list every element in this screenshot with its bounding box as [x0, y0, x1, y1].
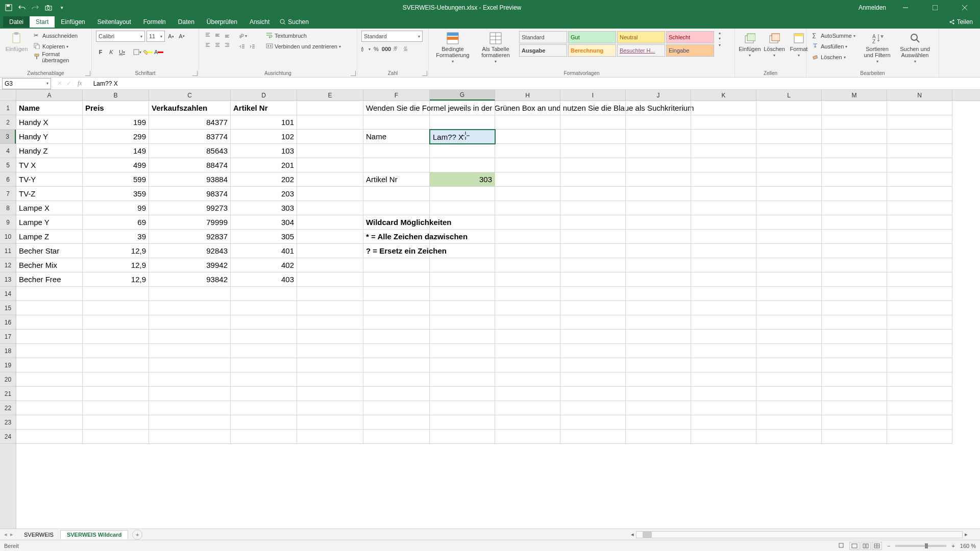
cell-E23[interactable] — [297, 415, 363, 430]
align-bottom-button[interactable] — [223, 31, 232, 40]
cell-C8[interactable]: 99273 — [149, 201, 231, 215]
cell-K11[interactable] — [691, 244, 756, 258]
cell-J23[interactable] — [626, 415, 691, 430]
zoom-in-button[interactable]: + — [951, 543, 954, 549]
cell-H11[interactable] — [495, 244, 560, 258]
cell-M13[interactable] — [822, 272, 887, 287]
cell-N19[interactable] — [887, 358, 952, 372]
borders-button[interactable]: ▾ — [133, 47, 142, 57]
cell-A23[interactable] — [16, 415, 83, 430]
cell-A20[interactable] — [16, 372, 83, 387]
cell-N16[interactable] — [887, 315, 952, 330]
cell-D1[interactable]: Artikel Nr — [231, 101, 297, 115]
cell-A24[interactable] — [16, 430, 83, 444]
cell-E21[interactable] — [297, 387, 363, 401]
row-header-20[interactable]: 20 — [0, 372, 16, 387]
conditional-formatting-button[interactable]: Bedingte Formatierung▾ — [433, 31, 473, 65]
row-header-18[interactable]: 18 — [0, 344, 16, 358]
cell-C18[interactable] — [149, 344, 231, 358]
find-select-button[interactable]: Suchen und Auswählen▾ — [898, 31, 933, 65]
cell-I23[interactable] — [560, 415, 626, 430]
style-besucht[interactable]: Besuchter H... — [617, 44, 665, 57]
cell-B22[interactable] — [83, 401, 149, 415]
cell-F5[interactable] — [363, 158, 430, 172]
cell-N7[interactable] — [887, 187, 952, 201]
cell-A18[interactable] — [16, 344, 83, 358]
cell-A8[interactable]: Lampe X — [16, 201, 83, 215]
cell-F6[interactable]: Artikel Nr — [363, 172, 430, 187]
cell-I6[interactable] — [560, 172, 626, 187]
align-top-button[interactable] — [203, 31, 212, 40]
cell-M19[interactable] — [822, 358, 887, 372]
cell-N11[interactable] — [887, 244, 952, 258]
cell-G5[interactable] — [430, 158, 495, 172]
cell-I14[interactable] — [560, 287, 626, 301]
cell-F16[interactable] — [363, 315, 430, 330]
cell-N13[interactable] — [887, 272, 952, 287]
align-launcher[interactable] — [351, 71, 356, 76]
cell-G17[interactable] — [430, 330, 495, 344]
maximize-button[interactable] — [925, 0, 945, 15]
cell-B24[interactable] — [83, 430, 149, 444]
fill-button[interactable]: Ausfüllen▾ — [811, 41, 857, 52]
close-button[interactable] — [954, 0, 975, 15]
cell-J15[interactable] — [626, 301, 691, 315]
page-break-view-button[interactable] — [872, 542, 882, 550]
cell-C21[interactable] — [149, 387, 231, 401]
cell-I12[interactable] — [560, 258, 626, 272]
clipboard-launcher[interactable] — [85, 71, 90, 76]
cell-L14[interactable] — [756, 287, 822, 301]
row-header-13[interactable]: 13 — [0, 272, 16, 287]
column-header-L[interactable]: L — [756, 90, 822, 101]
cell-B10[interactable]: 39 — [83, 230, 149, 244]
cell-E15[interactable] — [297, 301, 363, 315]
tab-view[interactable]: Ansicht — [243, 16, 276, 28]
cell-G14[interactable] — [430, 287, 495, 301]
insert-cells-button[interactable]: Einfügen▾ — [739, 31, 761, 59]
cell-C12[interactable]: 39942 — [149, 258, 231, 272]
cell-H9[interactable] — [495, 215, 560, 230]
cell-L18[interactable] — [756, 344, 822, 358]
font-color-button[interactable]: A — [154, 47, 163, 57]
cell-G12[interactable] — [430, 258, 495, 272]
cell-J6[interactable] — [626, 172, 691, 187]
cell-H1[interactable] — [495, 101, 560, 115]
style-gut[interactable]: Gut — [568, 31, 616, 43]
cell-H6[interactable] — [495, 172, 560, 187]
cell-J11[interactable] — [626, 244, 691, 258]
cell-I9[interactable] — [560, 215, 626, 230]
cell-H23[interactable] — [495, 415, 560, 430]
cell-H4[interactable] — [495, 144, 560, 158]
number-launcher[interactable] — [422, 71, 427, 76]
cell-D20[interactable] — [231, 372, 297, 387]
cell-H17[interactable] — [495, 330, 560, 344]
cell-G19[interactable] — [430, 358, 495, 372]
cell-E1[interactable] — [297, 101, 363, 115]
cell-J20[interactable] — [626, 372, 691, 387]
cell-J13[interactable] — [626, 272, 691, 287]
cell-D11[interactable]: 401 — [231, 244, 297, 258]
cell-B15[interactable] — [83, 301, 149, 315]
cell-B19[interactable] — [83, 358, 149, 372]
fx-button[interactable]: fx — [76, 80, 84, 87]
cell-K18[interactable] — [691, 344, 756, 358]
cell-L16[interactable] — [756, 315, 822, 330]
cell-E11[interactable] — [297, 244, 363, 258]
cell-G4[interactable] — [430, 144, 495, 158]
cell-N4[interactable] — [887, 144, 952, 158]
cut-button[interactable]: ✂Ausschneiden — [32, 31, 87, 41]
cell-J2[interactable] — [626, 115, 691, 130]
cell-E12[interactable] — [297, 258, 363, 272]
column-header-J[interactable]: J — [626, 90, 691, 101]
cell-N23[interactable] — [887, 415, 952, 430]
cell-M1[interactable] — [822, 101, 887, 115]
cell-D22[interactable] — [231, 401, 297, 415]
cell-E20[interactable] — [297, 372, 363, 387]
cell-K4[interactable] — [691, 144, 756, 158]
cell-F3[interactable]: Name — [363, 130, 430, 144]
cell-M4[interactable] — [822, 144, 887, 158]
cell-M7[interactable] — [822, 187, 887, 201]
cell-I11[interactable] — [560, 244, 626, 258]
cell-F17[interactable] — [363, 330, 430, 344]
cell-D17[interactable] — [231, 330, 297, 344]
